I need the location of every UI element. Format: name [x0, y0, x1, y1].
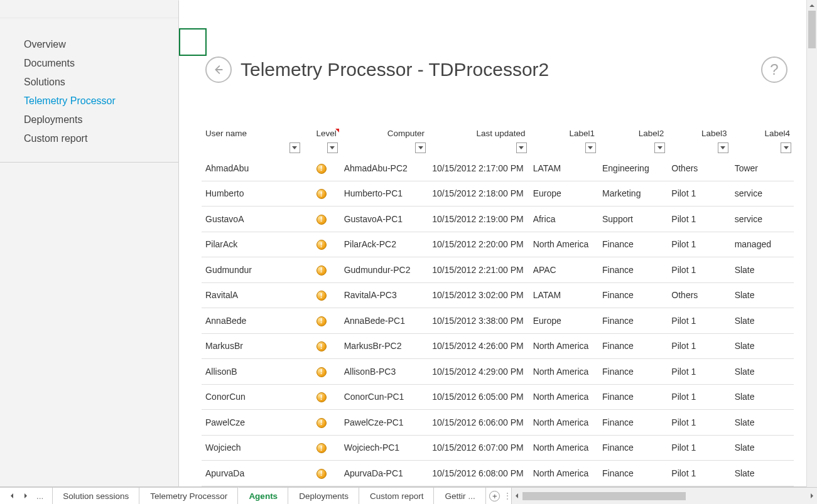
hscroll-thumb[interactable]: [522, 492, 686, 500]
cell-label2: Engineering: [598, 156, 668, 181]
hscroll-track[interactable]: [522, 492, 806, 500]
tab-separator: ⋮: [504, 488, 511, 504]
selected-cell-outline[interactable]: [179, 28, 207, 56]
outer-scroll-up-button[interactable]: [807, 0, 817, 11]
cell-label2: Finance: [598, 308, 668, 334]
col-header-computer-label: Computer: [387, 129, 425, 138]
filter-button-computer[interactable]: [415, 142, 426, 153]
table-row[interactable]: AnnaBedeAnnaBede-PC110/15/2012 3:38:00 P…: [202, 308, 794, 334]
cell-username: AhmadAbu: [202, 156, 303, 181]
filter-button-label2[interactable]: [654, 142, 665, 153]
cell-level: [303, 435, 340, 461]
cell-label1: Europe: [529, 308, 598, 334]
cell-computer: Humberto-PC1: [340, 181, 428, 206]
back-button[interactable]: [205, 56, 232, 83]
table-row[interactable]: AhmadAbuAhmadAbu-PC210/15/2012 2:17:00 P…: [202, 156, 794, 181]
table-row[interactable]: ConorCunConorCun-PC110/15/2012 6:05:00 P…: [202, 384, 794, 410]
cell-level: [303, 282, 340, 308]
filter-button-last-updated[interactable]: [516, 142, 527, 153]
table-row[interactable]: RavitalARavitalA-PC310/15/2012 3:02:00 P…: [202, 282, 794, 308]
sheet-tabs: Solution sessionsTelemetry ProcessorAgen…: [52, 488, 485, 504]
table-row[interactable]: WojciechWojciech-PC110/15/2012 6:07:00 P…: [202, 435, 794, 461]
filter-button-label3[interactable]: [718, 142, 728, 153]
sheet-tab-agents[interactable]: Agents: [238, 487, 288, 504]
cell-computer: ApurvaDa-PC1: [340, 461, 428, 486]
cell-username: Gudmundur: [202, 257, 303, 283]
cell-label1: North America: [529, 435, 598, 461]
warning-icon: [317, 265, 327, 276]
sidebar-item-solutions[interactable]: Solutions: [0, 73, 178, 92]
sidebar-item-deployments[interactable]: Deployments: [0, 110, 178, 129]
cell-label1: LATAM: [529, 282, 598, 308]
col-header-label2: Label2: [598, 129, 668, 156]
table-row[interactable]: MarkusBrMarkusBr-PC210/15/2012 4:26:00 P…: [202, 333, 794, 359]
cell-label1: North America: [529, 333, 598, 359]
sidebar-item-custom-report[interactable]: Custom report: [0, 129, 178, 148]
filter-button-label1[interactable]: [585, 142, 596, 153]
warning-icon: [317, 367, 327, 377]
table-row[interactable]: GustavoAGustavoA-PC110/15/2012 2:19:00 P…: [202, 206, 794, 232]
cell-label1: North America: [529, 359, 598, 385]
filter-button-level[interactable]: [327, 142, 338, 153]
cell-label3: Pilot 1: [668, 232, 730, 257]
data-table: User name Level Computer Last updated La…: [202, 129, 794, 486]
cell-last-updated: 10/15/2012 4:26:00 PM: [428, 333, 529, 359]
cell-computer: AnnaBede-PC1: [340, 308, 428, 334]
help-button[interactable]: ?: [761, 56, 787, 83]
filter-button-label4[interactable]: [781, 142, 791, 153]
hscroll-left-button[interactable]: [512, 488, 522, 504]
tab-nav-more[interactable]: ...: [33, 491, 47, 501]
cell-label4: Slate: [731, 384, 794, 410]
cell-label3: Others: [668, 156, 730, 181]
cell-username: ApurvaDa: [202, 461, 303, 486]
cell-username: Humberto: [202, 181, 303, 206]
cell-username: GustavoA: [202, 206, 303, 232]
table-row[interactable]: PawelCzePawelCze-PC110/15/2012 6:06:00 P…: [202, 410, 794, 436]
cell-label4: Slate: [731, 410, 794, 436]
sheet-tab-gettir[interactable]: Gettir...: [434, 488, 485, 504]
warning-icon: [317, 341, 327, 351]
warning-icon: [317, 316, 327, 326]
table-row[interactable]: AllisonBAllisonB-PC310/15/2012 4:29:00 P…: [202, 359, 794, 385]
table-row[interactable]: HumbertoHumberto-PC110/15/2012 2:18:00 P…: [202, 181, 794, 206]
warning-icon: [317, 164, 327, 174]
table-row[interactable]: ApurvaDaApurvaDa-PC110/15/2012 6:08:00 P…: [202, 461, 794, 486]
cell-level: [303, 384, 340, 410]
warning-icon: [317, 240, 327, 250]
sidebar-item-documents[interactable]: Documents: [0, 54, 178, 73]
sheet-tab-solution-sessions[interactable]: Solution sessions: [52, 488, 139, 504]
sheet-tab-telemetry-processor[interactable]: Telemetry Processor: [139, 488, 238, 504]
horizontal-scrollbar[interactable]: [511, 488, 817, 504]
cell-computer: AhmadAbu-PC2: [340, 156, 428, 181]
col-header-label4: Label4: [731, 129, 794, 156]
comment-indicator-icon: [334, 129, 339, 132]
cell-label2: Finance: [598, 257, 668, 283]
cell-computer: PawelCze-PC1: [340, 410, 428, 436]
outer-vertical-scrollbar[interactable]: [806, 0, 817, 487]
sheet-tab-deployments[interactable]: Deployments: [288, 488, 359, 504]
filter-button-username[interactable]: [289, 142, 300, 153]
cell-label3: Pilot 1: [668, 308, 730, 334]
cell-level: [303, 206, 340, 232]
cell-label1: North America: [529, 461, 598, 486]
table-row[interactable]: PilarAckPilarAck-PC210/15/2012 2:20:00 P…: [202, 232, 794, 257]
sidebar-item-overview[interactable]: Overview: [0, 35, 178, 54]
cell-label4: Slate: [731, 359, 794, 385]
sidebar-item-telemetry-processor[interactable]: Telemetry Processor: [0, 92, 178, 110]
tab-truncated-icon: ...: [468, 491, 475, 501]
outer-scrollbar-thumb[interactable]: [808, 11, 816, 48]
table-row[interactable]: GudmundurGudmundur-PC210/15/2012 2:21:00…: [202, 257, 794, 283]
tab-nav-next[interactable]: [19, 488, 33, 504]
sheet-tab-bar: ... Solution sessionsTelemetry Processor…: [0, 487, 817, 504]
hscroll-right-button[interactable]: [806, 488, 817, 504]
cell-label2: Support: [598, 206, 668, 232]
content-body: Telemetry Processor - TDProcessor2 ?: [179, 0, 806, 486]
add-sheet-button[interactable]: +: [486, 488, 504, 504]
cell-label1: North America: [529, 232, 598, 257]
cell-level: [303, 410, 340, 436]
cell-label1: North America: [529, 410, 598, 436]
cell-computer: MarkusBr-PC2: [340, 333, 428, 359]
sheet-tab-custom-report[interactable]: Custom report: [359, 488, 435, 504]
app-root: OverviewDocumentsSolutionsTelemetry Proc…: [0, 0, 817, 504]
tab-nav-prev[interactable]: [5, 488, 19, 504]
